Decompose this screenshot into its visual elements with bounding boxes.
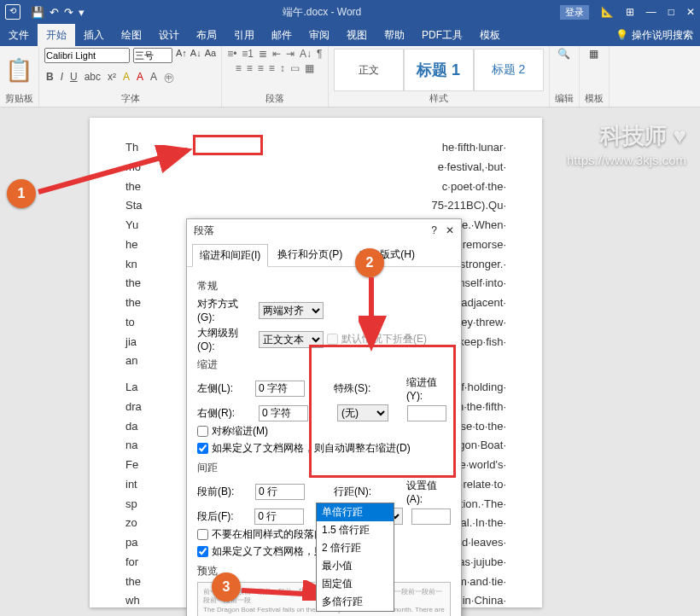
dialog-close-icon[interactable]: ✕	[446, 224, 454, 236]
dtab-indent[interactable]: 缩进和间距(I)	[192, 244, 268, 267]
window-opts-icon[interactable]: ⊞	[626, 6, 634, 18]
align-right-icon[interactable]: ≡	[258, 62, 264, 74]
template-icon[interactable]: ▦	[589, 48, 598, 60]
borders-icon[interactable]: ▦	[305, 62, 314, 74]
underline-icon[interactable]: U	[68, 71, 79, 85]
after-input[interactable]	[254, 508, 304, 525]
dialog-header[interactable]: 段落 ? ✕	[187, 219, 461, 241]
ribbon-display-icon[interactable]: 📐	[601, 6, 614, 18]
ribbon-tabs: 文件 开始 插入 绘图 设计 布局 引用 邮件 审阅 视图 帮助 PDF工具 模…	[0, 24, 700, 46]
italic-icon[interactable]: I	[59, 71, 65, 85]
watermark-url: https://www.3kjs.com	[567, 153, 686, 167]
shrink-font-icon[interactable]: A↓	[190, 48, 201, 63]
find-icon[interactable]: 🔍	[557, 48, 570, 60]
tell-me[interactable]: 💡 操作说明搜索	[609, 24, 700, 46]
strike-icon[interactable]: abc	[83, 71, 102, 85]
line-spacing-icon[interactable]: ↕	[280, 62, 285, 74]
redo-icon[interactable]: ↷	[64, 6, 73, 19]
window-title: 端午.docx - Word	[85, 5, 560, 20]
tab-draw[interactable]: 绘图	[113, 24, 150, 46]
tab-design[interactable]: 设计	[150, 24, 188, 46]
dialog-help-icon[interactable]: ?	[431, 224, 437, 236]
tab-file[interactable]: 文件	[0, 24, 38, 46]
annotation-badge-1: 1	[7, 179, 36, 208]
font-family-select[interactable]	[44, 48, 130, 63]
quick-access-toolbar: 💾 ↶ ↷ ▾	[31, 6, 85, 19]
dropdown-item[interactable]: 2 倍行距	[317, 539, 394, 557]
signin-button[interactable]: 登录	[560, 5, 589, 20]
mirror-label: 对称缩进(M)	[212, 424, 268, 439]
char-border-icon[interactable]: A	[149, 71, 159, 85]
nospace-checkbox[interactable]	[197, 529, 208, 540]
close-icon[interactable]: ✕	[686, 6, 695, 18]
clear-format-icon[interactable]: Aa	[205, 48, 216, 63]
tab-view[interactable]: 视图	[338, 24, 376, 46]
justify-icon[interactable]: ≡	[269, 62, 275, 74]
ribbon: 📋 剪贴板 A↑ A↓ Aa B I U abc x² A A A ㊥	[0, 46, 700, 108]
font-size-select[interactable]	[133, 48, 172, 63]
before-input[interactable]	[255, 484, 305, 500]
grid2-checkbox[interactable]	[197, 546, 208, 557]
collapse-label: 默认情况下折叠(E)	[341, 332, 427, 346]
section-indent: 缩进	[197, 357, 451, 372]
section-general: 常规	[197, 279, 451, 293]
at-label: 设置值(A):	[406, 479, 451, 505]
outline-select[interactable]: 正文文本	[259, 331, 324, 348]
align-select[interactable]: 两端对齐	[259, 302, 324, 319]
sort-icon[interactable]: A↓	[300, 48, 312, 60]
annotation-badge-3: 3	[212, 572, 241, 601]
special-select[interactable]: (无)	[337, 404, 388, 421]
dropdown-item[interactable]: 最小值	[317, 557, 394, 575]
tab-review[interactable]: 审阅	[300, 24, 338, 46]
highlight-icon[interactable]: A	[121, 71, 131, 85]
left-input[interactable]	[255, 381, 305, 397]
right-label: 右侧(R):	[197, 406, 255, 421]
dropdown-item[interactable]: 固定值	[317, 575, 394, 593]
document-area: Th mo the Sta Yu he kn the the to jia an…	[0, 108, 700, 616]
style-heading2[interactable]: 标题 2	[474, 49, 544, 91]
mirror-checkbox[interactable]	[197, 426, 208, 437]
tab-home[interactable]: 开始	[38, 24, 75, 46]
align-left-icon[interactable]: ≡	[236, 62, 242, 74]
style-heading1[interactable]: 标题 1	[404, 49, 474, 91]
tab-pdf[interactable]: PDF工具	[413, 24, 471, 46]
dec-indent-icon[interactable]: ⇤	[272, 48, 281, 60]
enclosed-icon[interactable]: ㊥	[162, 71, 176, 85]
titlebar: ⟲ 💾 ↶ ↷ ▾ 端午.docx - Word 登录 📐 ⊞ — □ ✕	[0, 0, 700, 24]
dropdown-item[interactable]: 1.5 倍行距	[317, 521, 394, 539]
undo-icon[interactable]: ↶	[50, 6, 59, 19]
autosave-icon[interactable]: ⟲	[5, 4, 20, 20]
dtab-linebreak[interactable]: 换行和分页(P)	[270, 243, 350, 266]
tab-insert[interactable]: 插入	[75, 24, 113, 46]
right-input[interactable]	[259, 405, 308, 421]
bullets-icon[interactable]: ≡•	[227, 48, 236, 60]
font-color-icon[interactable]: A	[135, 71, 145, 85]
subsuper-icon[interactable]: x²	[106, 71, 118, 85]
save-icon[interactable]: 💾	[31, 6, 44, 19]
align-center-icon[interactable]: ≡	[247, 62, 253, 74]
numbering-icon[interactable]: ≡1	[242, 48, 254, 60]
bold-icon[interactable]: B	[44, 71, 55, 85]
special-label: 特殊(S):	[334, 381, 377, 396]
tab-template[interactable]: 模板	[471, 24, 509, 46]
by-input[interactable]	[407, 405, 446, 421]
at-input[interactable]	[411, 508, 451, 525]
inc-indent-icon[interactable]: ⇥	[286, 48, 295, 60]
grid1-checkbox[interactable]	[197, 443, 208, 454]
qa-dropdown-icon[interactable]: ▾	[79, 6, 85, 19]
dropdown-item[interactable]: 单倍行距	[317, 503, 394, 521]
paste-icon[interactable]: 📋	[5, 57, 32, 84]
showmarks-icon[interactable]: ¶	[317, 48, 322, 60]
minimize-icon[interactable]: —	[646, 6, 656, 18]
tab-layout[interactable]: 布局	[188, 24, 225, 46]
style-normal[interactable]: 正文	[334, 49, 404, 91]
tab-help[interactable]: 帮助	[376, 24, 413, 46]
tab-references[interactable]: 引用	[225, 24, 263, 46]
grid1-label: 如果定义了文档网格，则自动调整右缩进(D)	[212, 441, 411, 456]
shading-icon[interactable]: ▭	[290, 62, 300, 74]
tab-mailings[interactable]: 邮件	[263, 24, 300, 46]
dropdown-item[interactable]: 多倍行距	[317, 593, 394, 611]
grow-font-icon[interactable]: A↑	[176, 48, 187, 63]
maximize-icon[interactable]: □	[668, 6, 674, 18]
multilevel-icon[interactable]: ≣	[259, 48, 267, 60]
